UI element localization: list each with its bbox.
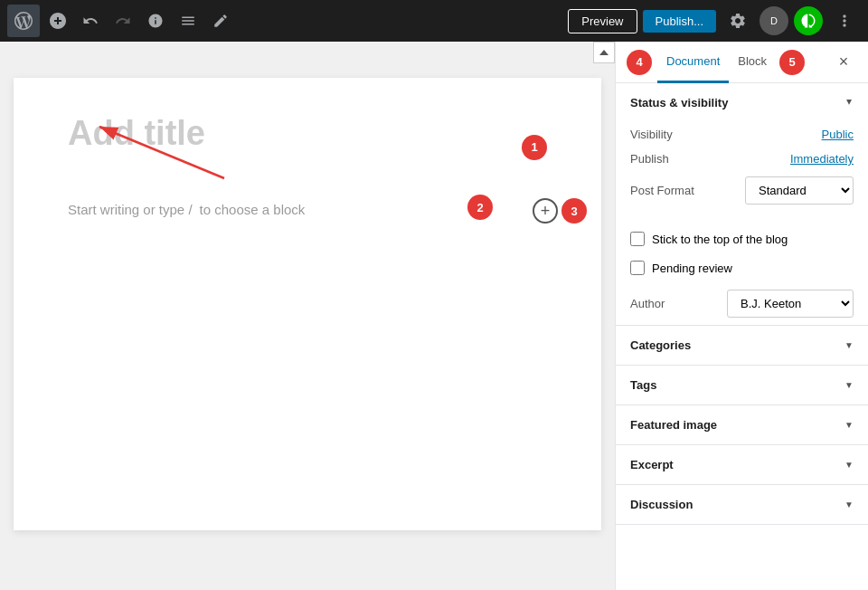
section-status-title: Status & visibility: [630, 96, 728, 109]
section-featured-image-chevron: ▼: [844, 420, 854, 430]
author-row: Author B.J. Keeton: [616, 282, 868, 325]
tab-block[interactable]: Block: [729, 42, 776, 83]
main-layout: 1 Start writing or type / to choose a bl…: [0, 42, 868, 590]
section-excerpt: Excerpt ▼: [616, 445, 868, 485]
section-excerpt-title: Excerpt: [630, 458, 674, 471]
annotation-badge-5: 5: [779, 50, 805, 75]
more-options-btn[interactable]: [828, 5, 861, 37]
section-discussion-header[interactable]: Discussion ▼: [616, 485, 868, 524]
placeholder-text-start: Start writing or type /: [68, 202, 193, 217]
section-categories-title: Categories: [630, 338, 691, 352]
add-block-area: + 3: [533, 198, 587, 224]
annotation-badge-1: 1: [522, 135, 547, 160]
section-tags-chevron: ▼: [844, 380, 854, 390]
pending-review-label: Pending review: [652, 262, 732, 275]
publish-button[interactable]: Publish...: [643, 10, 716, 33]
scroll-up-btn[interactable]: [593, 42, 615, 63]
section-categories: Categories ▼: [616, 326, 868, 366]
section-status-body: Visibility Public Publish Immediately Po…: [616, 122, 868, 224]
section-tags-header[interactable]: Tags ▼: [616, 366, 868, 404]
post-title-input[interactable]: [68, 114, 511, 153]
annotation-badge-2: 2: [467, 195, 493, 220]
tab-document[interactable]: Document: [657, 42, 729, 83]
section-status-chevron: ▲: [844, 98, 854, 108]
editor-card: 1 Start writing or type / to choose a bl…: [14, 78, 601, 530]
post-format-row: Post Format Standard Aside Gallery Link …: [630, 171, 854, 210]
profile-btn[interactable]: D: [760, 6, 788, 35]
undo-btn[interactable]: [76, 6, 105, 35]
title-row: 1: [68, 114, 547, 180]
section-status: Status & visibility ▲ Visibility Public …: [616, 83, 868, 326]
visibility-row: Visibility Public: [630, 122, 854, 147]
wordpress-logo[interactable]: [7, 5, 40, 37]
post-format-label: Post Format: [630, 184, 694, 197]
section-featured-image-title: Featured image: [630, 418, 717, 432]
section-discussion-chevron: ▼: [844, 500, 854, 509]
section-discussion-title: Discussion: [630, 498, 693, 511]
stick-top-row: Stick to the top of the blog: [616, 224, 868, 253]
section-categories-chevron: ▼: [844, 340, 854, 350]
sidebar: 4 Document Block 5 × Status & visibility…: [615, 42, 868, 590]
visibility-value[interactable]: Public: [822, 128, 854, 141]
inline-add-block-btn[interactable]: +: [533, 198, 558, 224]
pending-review-row: Pending review: [616, 253, 868, 282]
author-label: Author: [630, 297, 665, 310]
annotation-badge-3: 3: [561, 198, 587, 224]
block-area: Start writing or type / to choose a bloc…: [68, 202, 547, 217]
toolbar-left: [7, 5, 564, 37]
publish-label: Publish: [630, 152, 669, 166]
block-nav-btn[interactable]: [174, 6, 203, 35]
publish-value[interactable]: Immediately: [790, 152, 854, 166]
section-status-header[interactable]: Status & visibility ▲: [616, 83, 868, 122]
sidebar-tabs: 4 Document Block 5 ×: [616, 42, 868, 83]
section-categories-header[interactable]: Categories ▼: [616, 326, 868, 365]
stick-top-checkbox[interactable]: [630, 232, 645, 246]
toolbar-right: Preview Publish... D: [568, 5, 861, 37]
section-featured-image-header[interactable]: Featured image ▼: [616, 405, 868, 444]
redo-btn[interactable]: [108, 6, 137, 35]
pending-review-checkbox[interactable]: [630, 261, 645, 275]
section-tags: Tags ▼: [616, 366, 868, 405]
post-format-select[interactable]: Standard Aside Gallery Link Image Quote …: [745, 176, 854, 205]
info-btn[interactable]: [141, 6, 170, 35]
section-discussion: Discussion ▼: [616, 485, 868, 525]
visibility-label: Visibility: [630, 128, 673, 141]
section-excerpt-chevron: ▼: [844, 460, 854, 470]
placeholder-text-end: to choose a block: [200, 202, 306, 217]
editor-inner: 1 Start writing or type / to choose a bl…: [14, 78, 601, 590]
settings-btn[interactable]: [722, 5, 754, 37]
annotation-badge-4: 4: [627, 50, 652, 75]
sidebar-close-btn[interactable]: ×: [830, 49, 857, 76]
preview-button[interactable]: Preview: [568, 9, 637, 33]
editor-wrapper: 1 Start writing or type / to choose a bl…: [0, 42, 615, 590]
add-block-toolbar-btn[interactable]: [43, 6, 72, 35]
publish-row: Publish Immediately: [630, 147, 854, 171]
performance-btn[interactable]: [794, 6, 823, 35]
section-excerpt-header[interactable]: Excerpt ▼: [616, 445, 868, 484]
stick-top-label: Stick to the top of the blog: [652, 233, 788, 246]
tools-btn[interactable]: [206, 6, 235, 35]
author-select[interactable]: B.J. Keeton: [727, 290, 854, 318]
section-featured-image: Featured image ▼: [616, 405, 868, 445]
toolbar: Preview Publish... D: [0, 0, 868, 42]
section-tags-title: Tags: [630, 378, 656, 392]
